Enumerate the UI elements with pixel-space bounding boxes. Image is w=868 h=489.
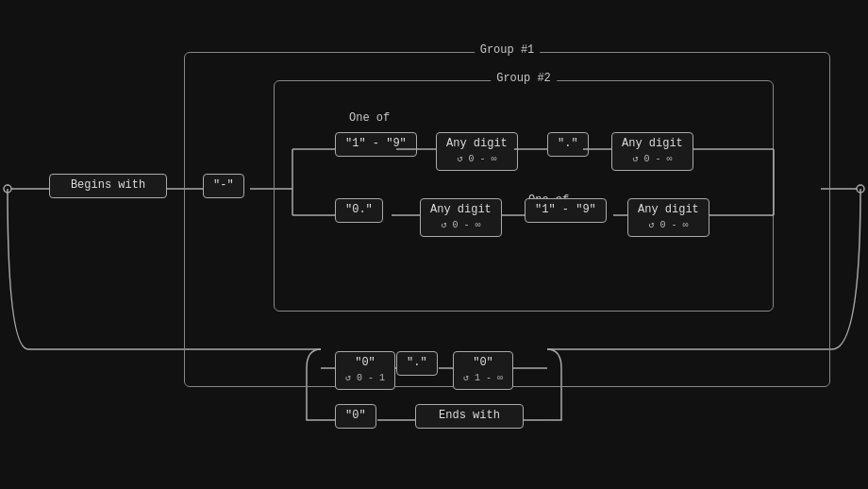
zero-dot-node: "0." — [335, 198, 383, 223]
any-digit-1-repeat: ↺ 0 - ∞ — [457, 154, 496, 164]
zero-bottom1-repeat: ↺ 0 - 1 — [345, 373, 385, 383]
zero-bottom2-label: "0" — [473, 356, 493, 369]
any-digit-4-node: Any digit ↺ 0 - ∞ — [627, 198, 709, 237]
zero-bottom2-repeat: ↺ 1 - ∞ — [463, 373, 503, 383]
canvas: Begins with "-" Group #1 Group #2 One of… — [0, 0, 868, 489]
any-digit-3-node: Any digit ↺ 0 - ∞ — [420, 198, 502, 237]
range-1-9-label: "1" - "9" — [345, 137, 407, 150]
any-digit-4-label: Any digit — [638, 203, 699, 216]
dot-bottom-node: "." — [396, 351, 438, 376]
any-digit-4-repeat: ↺ 0 - ∞ — [648, 220, 688, 230]
any-digit-1-node: Any digit ↺ 0 - ∞ — [436, 132, 518, 171]
range-1-9-node: "1" - "9" — [335, 132, 417, 157]
group2-label: Group #2 — [491, 72, 557, 85]
range-1-9-2-label: "1" - "9" — [535, 203, 596, 216]
zero-last-node: "0" — [335, 404, 376, 429]
svg-point-0 — [4, 185, 11, 193]
zero-bottom1-label: "0" — [355, 356, 376, 369]
zero-bottom2-node: "0" ↺ 1 - ∞ — [453, 351, 513, 390]
group1-label: Group #1 — [475, 43, 541, 57]
begins-with-label: Begins with — [71, 178, 145, 192]
any-digit-3-repeat: ↺ 0 - ∞ — [441, 220, 480, 230]
any-digit-2-label: Any digit — [622, 137, 683, 150]
svg-point-1 — [857, 185, 864, 193]
begins-with-node: Begins with — [49, 174, 167, 198]
zero-last-label: "0" — [345, 409, 366, 422]
ends-with-label: Ends with — [439, 409, 500, 422]
dot-1-label: "." — [558, 137, 578, 150]
range-1-9-2-node: "1" - "9" — [525, 198, 607, 223]
dot-1-node: "." — [547, 132, 589, 157]
any-digit-3-label: Any digit — [430, 203, 492, 216]
zero-dot-label: "0." — [345, 203, 373, 216]
any-digit-2-node: Any digit ↺ 0 - ∞ — [611, 132, 693, 171]
dot-bottom-label: "." — [407, 356, 427, 369]
any-digit-2-repeat: ↺ 0 - ∞ — [632, 154, 672, 164]
ends-with-node: Ends with — [415, 404, 524, 429]
zero-bottom1-node: "0" ↺ 0 - 1 — [335, 351, 395, 390]
any-digit-1-label: Any digit — [446, 137, 508, 150]
one-of-top-label: One of — [349, 111, 390, 125]
